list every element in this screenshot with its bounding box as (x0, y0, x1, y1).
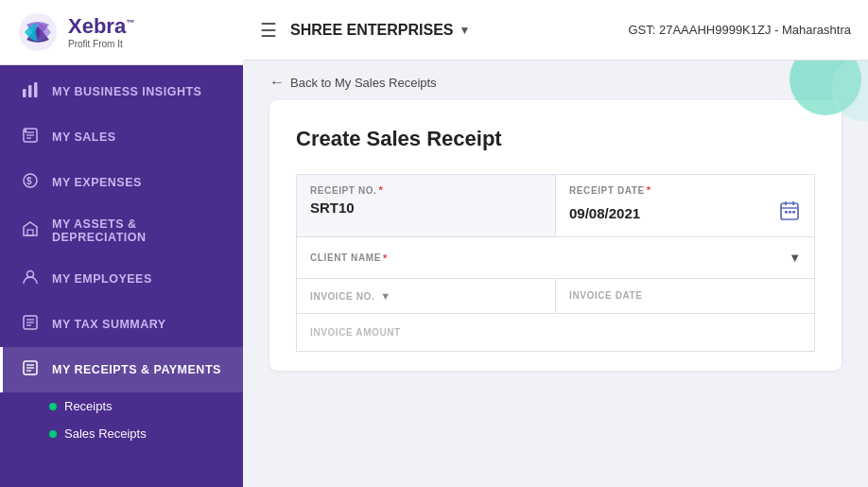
sidebar-subitem-label: Receipts (64, 399, 113, 413)
sidebar-item-my-sales[interactable]: MY SALES (0, 114, 243, 160)
logo-area: Xebra™ Profit From It (0, 0, 243, 65)
expenses-icon: $ (20, 172, 41, 193)
sidebar-nav: MY BUSINESS INSIGHTS MY SALES $ MY EXPEN… (0, 65, 243, 487)
svg-rect-1 (23, 89, 26, 97)
sidebar-item-label: MY EMPLOYEES (52, 272, 152, 286)
client-name-field[interactable]: CLIENT NAME* ▼ (296, 237, 815, 279)
receipt-no-label: RECEIPT NO.* (310, 184, 542, 196)
calendar-icon[interactable] (778, 200, 801, 227)
bar-chart-icon (20, 81, 41, 102)
company-dropdown-arrow: ▼ (459, 24, 470, 37)
sidebar-item-label: MY BUSINESS INSIGHTS (52, 85, 201, 98)
sidebar-item-label: MY SALES (52, 130, 116, 144)
sidebar-item-my-tax-summary[interactable]: MY TAX SUMMARY (0, 302, 243, 347)
svg-rect-26 (785, 211, 788, 214)
sidebar-item-label: MY EXPENSES (52, 176, 142, 189)
client-dropdown-arrow: ▼ (789, 251, 801, 265)
receipt-date-row: 09/08/2021 (569, 200, 801, 227)
sidebar-item-label: MY TAX SUMMARY (52, 318, 166, 331)
sidebar-item-label: MY ASSETS & DEPRECIATION (52, 217, 226, 244)
svg-rect-27 (789, 211, 791, 214)
sidebar-item-my-employees[interactable]: MY EMPLOYEES (0, 256, 243, 302)
dot-icon (49, 403, 57, 410)
client-name-label: CLIENT NAME* (310, 252, 388, 264)
sidebar-item-my-receipts[interactable]: MY RECEIPTS & PAYMENTS (0, 347, 243, 392)
invoice-amount-label: INVOICE AMOUNT (310, 327, 801, 338)
receipt-date-value: 09/08/2021 (569, 205, 640, 221)
receipt-date-label: RECEIPT DATE* (569, 184, 801, 196)
receipt-date-field: RECEIPT DATE* 09/08/2021 (555, 174, 815, 237)
create-receipt-form: Create Sales Receipt RECEIPT NO.* SRT10 … (269, 100, 842, 371)
sidebar-item-my-expenses[interactable]: $ MY EXPENSES (0, 160, 243, 205)
logo-tagline: Profit From It (68, 39, 134, 49)
svg-rect-2 (28, 85, 32, 97)
receipt-no-value: SRT10 (310, 200, 542, 216)
sidebar-item-my-assets[interactable]: MY ASSETS & DEPRECIATION (0, 205, 243, 256)
dot-icon (49, 430, 57, 438)
invoice-amount-field[interactable]: INVOICE AMOUNT (296, 314, 815, 352)
sidebar-subnav: Receipts Sales Receipts (0, 392, 243, 447)
company-selector[interactable]: SHREE ENTERPRISES ▼ (290, 22, 470, 39)
xebra-logo-icon (17, 11, 59, 53)
form-title: Create Sales Receipt (296, 127, 815, 151)
sidebar: Xebra™ Profit From It MY BUSINESS INSIGH… (0, 0, 243, 487)
back-link-label: Back to My Sales Receipts (290, 76, 437, 90)
content-area: ← Back to My Sales Receipts Create Sales… (243, 61, 868, 487)
logo-text: Xebra™ Profit From It (68, 15, 134, 48)
logo-name: Xebra™ (68, 15, 134, 38)
sidebar-subitem-receipts[interactable]: Receipts (49, 392, 243, 420)
svg-text:$: $ (26, 176, 32, 186)
main-area: ☰ SHREE ENTERPRISES ▼ GST: 27AAAHH9999K1… (243, 0, 868, 487)
company-name: SHREE ENTERPRISES (290, 22, 453, 39)
sales-icon (20, 127, 41, 148)
receipt-row: RECEIPT NO.* SRT10 RECEIPT DATE* 09/08/2… (296, 174, 815, 237)
tax-summary-icon (20, 314, 41, 335)
invoice-no-field[interactable]: INVOICE NO. ▼ (296, 279, 555, 314)
back-arrow-icon: ← (269, 74, 285, 91)
receipts-icon (20, 359, 41, 380)
svg-rect-28 (792, 211, 795, 214)
invoice-dropdown-arrow: ▼ (380, 290, 391, 302)
sidebar-item-label: MY RECEIPTS & PAYMENTS (52, 363, 221, 376)
invoice-date-field[interactable]: INVOICE DATE (555, 279, 815, 314)
topbar: ☰ SHREE ENTERPRISES ▼ GST: 27AAAHH9999K1… (243, 0, 868, 61)
svg-rect-10 (27, 230, 33, 235)
sidebar-subitem-sales-receipts[interactable]: Sales Receipts (49, 420, 243, 447)
receipt-no-field: RECEIPT NO.* SRT10 (296, 174, 555, 237)
invoice-no-label: INVOICE NO. ▼ (310, 290, 542, 302)
invoice-date-label: INVOICE DATE (569, 290, 801, 301)
svg-rect-3 (34, 82, 38, 97)
employees-icon (20, 269, 41, 289)
back-link[interactable]: ← Back to My Sales Receipts (243, 61, 868, 100)
invoice-row: INVOICE NO. ▼ INVOICE DATE (296, 279, 815, 314)
sidebar-subitem-label: Sales Receipts (64, 426, 147, 441)
assets-icon (20, 220, 41, 241)
gst-info: GST: 27AAAHH9999K1ZJ - Maharashtra (628, 23, 851, 37)
hamburger-icon[interactable]: ☰ (260, 19, 277, 42)
sidebar-item-business-insights[interactable]: MY BUSINESS INSIGHTS (0, 69, 243, 114)
